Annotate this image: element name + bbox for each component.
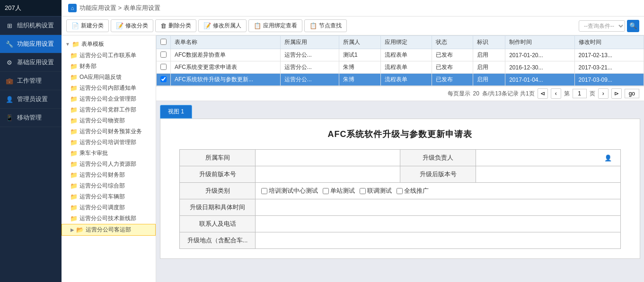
tree-item-t15[interactable]: 📁 运营分公司调度部 bbox=[62, 202, 156, 213]
search-button[interactable]: 🔍 bbox=[627, 20, 639, 32]
last-page-button[interactable]: ⊳ bbox=[611, 88, 622, 99]
tree-item-label: 乘车卡审批 bbox=[79, 149, 108, 157]
new-category-button[interactable]: 📄 新建分类 bbox=[66, 19, 109, 32]
row-checkbox[interactable] bbox=[160, 51, 167, 58]
tree-item-t6[interactable]: 📁 运营分公司党群工作部 bbox=[62, 104, 156, 115]
tree-item-t1[interactable]: 📁 运营分公司工作联系单 bbox=[62, 50, 156, 61]
breadcrumb: ⌂ 功能应用设置 > 表单应用设置 bbox=[62, 0, 644, 17]
form-value[interactable] bbox=[476, 166, 621, 183]
tree-item-label: 运营分公司车辆部 bbox=[79, 193, 125, 201]
tree-item-t2[interactable]: 📁 财务部 bbox=[62, 61, 156, 72]
collapse-icon: ▼ bbox=[65, 42, 70, 47]
upgrade-options: 培训测试中心测试 单站测试 联调测试 bbox=[261, 187, 615, 195]
tree-item-t4[interactable]: 📁 运营分公司内部通知单 bbox=[62, 83, 156, 94]
sidebar-item-label: 工作管理 bbox=[17, 77, 42, 85]
table-section: 表单名称 所属应用 所属人 应用绑定 状态 标识 制作时间 修改时间 bbox=[156, 35, 644, 101]
table-row-selected[interactable]: AFC系统软件升级与参数更新... 运营分公... 朱博 流程表单 已发布 启用… bbox=[157, 74, 644, 86]
edit-category-button[interactable]: 📝 修改分类 bbox=[111, 19, 153, 32]
page-label: 第 bbox=[564, 90, 570, 98]
first-page-button[interactable]: ⊲ bbox=[538, 88, 548, 99]
row-modified: 2017-03-21... bbox=[574, 61, 644, 74]
sidebar: 207人 ⊞ 组织机构设置 🔧 功能应用设置 ⚙ 基础应用设置 💼 工作管理 👤… bbox=[0, 0, 62, 282]
search-condition-select[interactable]: --查询条件-- bbox=[579, 20, 625, 32]
tree-item-t13[interactable]: 📁 运营分公司综合部 bbox=[62, 180, 156, 191]
row-checkbox[interactable] bbox=[160, 64, 167, 70]
sidebar-item-base[interactable]: ⚙ 基础应用设置 bbox=[0, 53, 62, 72]
sidebar-item-org[interactable]: ⊞ 组织机构设置 bbox=[0, 17, 62, 35]
page-number-input[interactable] bbox=[573, 89, 587, 98]
row-created: 2017-01-04... bbox=[505, 74, 574, 86]
tree-root-label: 表单模板 bbox=[81, 40, 104, 48]
row-checkbox[interactable] bbox=[160, 76, 167, 82]
form-value[interactable] bbox=[256, 150, 400, 166]
node-check-button[interactable]: 📋 节点查找 bbox=[304, 19, 347, 32]
folder-icon: 📁 bbox=[70, 85, 78, 92]
search-icon: 🔍 bbox=[629, 22, 637, 29]
tree-item-t14[interactable]: 📁 运营分公司车辆部 bbox=[62, 191, 156, 202]
sidebar-item-label: 功能应用设置 bbox=[17, 40, 54, 48]
checkbox-joint[interactable] bbox=[360, 188, 366, 194]
sidebar-item-label: 管理员设置 bbox=[17, 95, 48, 103]
tree-item-label: 运营分公司内部通知单 bbox=[79, 84, 136, 92]
right-panel: 表单名称 所属应用 所属人 应用绑定 状态 标识 制作时间 修改时间 bbox=[156, 35, 644, 282]
go-button[interactable]: go bbox=[625, 89, 639, 98]
node-check-icon: 📋 bbox=[309, 22, 317, 29]
form-label: 升级负责人 bbox=[400, 150, 476, 166]
tree-item-t10[interactable]: 📁 乘车卡审批 bbox=[62, 148, 156, 159]
form-value[interactable]: 👤 bbox=[476, 150, 621, 166]
tree-item-t12[interactable]: 📁 运营分公司财务部 bbox=[62, 170, 156, 180]
folder-icon: 📁 bbox=[70, 128, 78, 135]
detail-tabs: 视图 1 bbox=[160, 105, 640, 119]
table-row[interactable]: AFC系统变更需求申请表 运营分公... 朱博 流程表单 已发布 启用 2016… bbox=[157, 61, 644, 74]
row-owner: 测试1 bbox=[339, 49, 381, 61]
tree-item-t16[interactable]: 📁 运营分公司技术新线部 bbox=[62, 213, 156, 224]
checkbox-fullroll[interactable] bbox=[397, 188, 403, 194]
tree-item-label: 运营分公司客运部 bbox=[86, 226, 131, 234]
tree-item-t8[interactable]: 📁 运营分公司财务预算业务 bbox=[62, 126, 156, 137]
tree-item-t3[interactable]: 📁 OA应用问题反馈 bbox=[62, 72, 156, 83]
option-training: 培训测试中心测试 bbox=[261, 187, 318, 195]
form-row: 联系人及电话 bbox=[180, 216, 621, 232]
form-value[interactable] bbox=[256, 232, 621, 249]
form-label: 升级地点（含配合车... bbox=[180, 232, 256, 249]
per-page-label: 每页显示 bbox=[448, 90, 470, 98]
search-area: --查询条件-- 🔍 bbox=[579, 20, 639, 32]
home-icon[interactable]: ⌂ bbox=[68, 4, 77, 12]
col-binding: 应用绑定 bbox=[380, 36, 432, 49]
tree-item-t9[interactable]: 📁 运营分公司培训管理部 bbox=[62, 137, 156, 148]
tree-item-t11[interactable]: 📁 运营分公司人力资源部 bbox=[62, 159, 156, 170]
row-name: AFC数据差异协查单 bbox=[171, 49, 281, 61]
apply-bind-button[interactable]: 📋 应用绑定查看 bbox=[248, 19, 302, 32]
tree-item-label: 运营分公司调度部 bbox=[79, 204, 125, 212]
detail-tab-view1[interactable]: 视图 1 bbox=[160, 105, 192, 119]
form-value[interactable] bbox=[256, 199, 621, 216]
tree-item-t5[interactable]: 📁 运营分公司企业管理部 bbox=[62, 94, 156, 104]
edit-owner-label: 修改所属人 bbox=[213, 22, 241, 30]
sidebar-item-mobile[interactable]: 📱 移动管理 bbox=[0, 109, 62, 127]
form-row: 升级日期和具体时间 bbox=[180, 199, 621, 216]
next-page-button[interactable]: › bbox=[598, 88, 609, 99]
sidebar-item-admin[interactable]: 👤 管理员设置 bbox=[0, 90, 62, 109]
row-binding: 流程表单 bbox=[380, 49, 432, 61]
checkbox-single[interactable] bbox=[323, 188, 329, 194]
form-value[interactable] bbox=[256, 216, 621, 232]
folder-icon: 📁 bbox=[70, 171, 78, 179]
row-mark: 启用 bbox=[473, 61, 505, 74]
table-row[interactable]: AFC数据差异协查单 运营分公... 测试1 流程表单 已发布 启用 2017-… bbox=[157, 49, 644, 61]
prev-page-button[interactable]: ‹ bbox=[551, 88, 561, 99]
folder-icon: 📁 bbox=[70, 95, 78, 103]
col-modified: 修改时间 bbox=[574, 36, 644, 49]
select-all-checkbox[interactable] bbox=[160, 39, 167, 45]
sidebar-item-func[interactable]: 🔧 功能应用设置 bbox=[0, 35, 62, 53]
tree-item-t17[interactable]: ▶ 📂 运营分公司客运部 bbox=[62, 224, 156, 236]
checkbox-training[interactable] bbox=[261, 188, 267, 194]
edit-owner-button[interactable]: 📝 修改所属人 bbox=[198, 19, 247, 32]
tree-item-t7[interactable]: 📁 运营分公司物资部 bbox=[62, 115, 156, 126]
sidebar-item-work[interactable]: 💼 工作管理 bbox=[0, 72, 62, 90]
delete-category-button[interactable]: 🗑 删除分类 bbox=[155, 19, 196, 32]
tree-root[interactable]: ▼ 📁 表单模板 bbox=[62, 38, 156, 50]
row-modified: 2017-02-13... bbox=[574, 49, 644, 61]
row-checkbox-cell bbox=[157, 74, 171, 86]
form-label: 升级后版本号 bbox=[400, 166, 476, 183]
form-value[interactable] bbox=[256, 166, 400, 183]
